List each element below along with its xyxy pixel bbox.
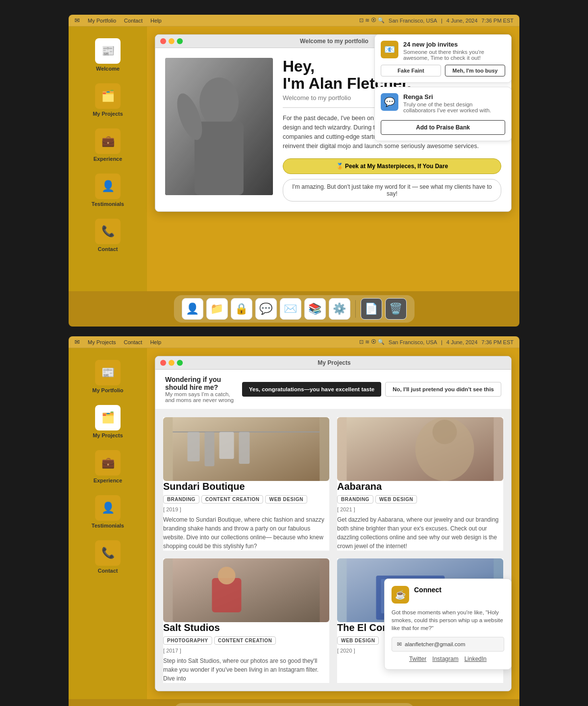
hire-btns: Yes, congratulations—you have excellent … [242,382,501,397]
taskbar-inner-2: 👤 📁 🔒 💬 ✉️ 📚 ⚙️ 📄 🗑️ [174,703,415,706]
sidebar-label-experience-1: Experience [94,156,122,162]
project-tags-aabarana: BRANDING WEB DESIGN [337,495,503,504]
taskbar-person[interactable]: 👤 [182,298,203,320]
hire-no-button[interactable]: No, I'll just pretend you didn't see thi… [385,382,501,397]
sidebar-item-my-projects-1[interactable]: 🗂️ My Projects [69,79,147,121]
menubar-logo-2: ✉ [74,338,80,346]
my-portfolio-icon-2: 📰 [95,360,121,385]
contact-icon-1: 📞 [95,219,121,244]
window-title-2: My Projects [162,359,506,366]
sidebar-label-experience-2: Experience [94,478,122,483]
menubar-separator-2: | [441,339,442,345]
window-titlebar-2: My Projects [155,356,511,370]
menubar-time-2: 7:36 PM EST [482,339,514,345]
menu-item-help-2[interactable]: Help [150,339,161,345]
portfolio-photo [165,58,273,195]
menu-item-portfolio[interactable]: My Portfolio [88,18,116,24]
notif-title-invites: 24 new job invites [403,41,505,48]
taskbar-divider [355,300,356,318]
project-card-salt: Salt Studios PHOTOGRAPHY CONTENT CREATIO… [163,558,329,683]
main-content-2: My Projects Wondering if you should hire… [147,348,519,699]
tag-branding-aabarana: BRANDING [337,495,373,504]
sidebar-item-contact-2[interactable]: 📞 Contact [69,536,147,578]
email-address[interactable]: alanfletcher@gmail.com [405,641,466,647]
sidebar-item-testimonials-1[interactable]: 👤 Testimonials [69,170,147,211]
menubar-left-2: ✉ My Projects Contact Help [74,338,161,346]
linkedin-link[interactable]: LinkedIn [465,656,487,662]
menubar-right-2: ⊡ ≋ ⦿ 🔍 San Francisco, USA | 4 June, 202… [359,339,514,345]
project-desc-sundari: Welcome to Sundari Boutique, where chic … [163,515,329,551]
too-busy-button[interactable]: Meh, I'm too busy [445,65,505,76]
taskbar-doc[interactable]: 📄 [361,298,382,320]
cta-secondary-btn[interactable]: I'm amazing. But don't just take my word… [283,179,501,202]
taskbar-files[interactable]: 📁 [206,298,228,320]
menu-item-help-1[interactable]: Help [150,18,162,24]
project-desc-salt: Step into Salt Studios, where our photos… [163,656,329,683]
svg-rect-11 [239,432,250,464]
menubar-icons-1: ⊡ ≋ ⦿ 🔍 [359,17,385,24]
sidebar-item-welcome[interactable]: 📰 Welcome [69,34,147,76]
hire-yes-button[interactable]: Yes, congratulations—you have excellent … [242,382,381,397]
sidebar-label-testimonials-1: Testimonials [92,201,124,207]
sidebar-item-experience-1[interactable]: 💼 Experience [69,125,147,166]
project-desc-aabarana: Get dazzled by Aabarana, where our jewel… [337,515,503,551]
connect-email: ✉ alanfletcher@gmail.com [392,637,504,652]
screen-2: ✉ My Projects Contact Help ⊡ ≋ ⦿ 🔍 San F… [69,336,519,706]
svg-point-14 [433,420,457,444]
project-year-aabarana: [ 2021 ] [337,506,503,512]
hire-question: Wondering if you should hire me? [165,376,236,391]
taskbar-layers[interactable]: 📚 [304,298,326,320]
menu-item-contact-1[interactable]: Contact [124,18,143,24]
taskbar-mail[interactable]: ✉️ [280,298,301,320]
project-tags-sundari: BRANDING CONTENT CREATION WEB DESIGN [163,495,329,504]
sidebar-label-welcome: Welcome [96,66,120,72]
svg-rect-8 [188,432,200,461]
sidebar-item-contact-1[interactable]: 📞 Contact [69,215,147,256]
tag-photo-salt: PHOTOGRAPHY [163,636,212,645]
project-year-sundari: [ 2019 ] [163,506,329,512]
notifications-panel: 📧 24 new job invites Someone out there t… [374,34,512,141]
connect-icon: ☕ [392,586,409,604]
menu-item-my-projects[interactable]: My Projects [88,339,116,345]
taskbar-2: 👤 📁 🔒 💬 ✉️ 📚 ⚙️ 📄 🗑️ [69,699,519,706]
menubar-2: ✉ My Projects Contact Help ⊡ ≋ ⦿ 🔍 San F… [69,336,519,348]
sidebar-item-testimonials-2[interactable]: 👤 Testimonials [69,491,147,532]
add-to-praise-bank-button[interactable]: Add to Praise Bank [381,120,505,135]
project-thumb-salt [163,558,329,622]
connect-title: Connect [414,586,441,594]
sidebar-label-testimonials-2: Testimonials [92,523,124,529]
menubar-left-1: ✉ My Portfolio Contact Help [74,17,162,24]
taskbar-settings[interactable]: ⚙️ [329,298,350,320]
sidebar-item-experience-2[interactable]: 💼 Experience [69,446,147,487]
sidebar-item-my-portfolio-2[interactable]: 📰 My Portfolio [69,356,147,397]
tag-web-sundari: WEB DESIGN [265,495,307,504]
sidebar-item-projects-2[interactable]: 🗂️ My Projects [69,401,147,442]
taskbar-trash[interactable]: 🗑️ [385,298,407,320]
twitter-link[interactable]: Twitter [409,656,426,662]
connect-text: Got those moments when you're like, "Hol… [392,608,504,632]
project-thumb-sundari [163,417,329,481]
notif-header-invites: 📧 24 new job invites Someone out there t… [381,41,505,61]
project-tags-salt: PHOTOGRAPHY CONTENT CREATION [163,636,329,645]
project-card-sundari: Sundari Boutique BRANDING CONTENT CREATI… [163,417,329,551]
sidebar-label-projects-2: My Projects [93,432,123,438]
projects-header: Wondering if you should hire me? My mom … [155,370,511,409]
app-layout-1: 📰 Welcome 🗂️ My Projects 💼 Experience 👤 … [69,26,519,291]
menubar-location-1: San Francisco, USA [389,18,437,24]
fake-faint-button[interactable]: Fake Faint [381,65,441,76]
contact-icon-2: 📞 [95,540,121,566]
cta-primary-btn[interactable]: 🏅 Peek at My Masterpieces, If You Dare [283,158,501,174]
tag-branding-sundari: BRANDING [163,495,199,504]
taskbar-safe[interactable]: 🔒 [231,298,252,320]
notif-desc-invites: Someone out there thinks you're awesome,… [403,49,505,61]
notif-actions-invites: Fake Faint Meh, I'm too busy [381,65,505,76]
project-year-salt: [ 2017 ] [163,648,329,654]
project-title-aabarana: Aabarana [337,481,503,492]
connect-links: Twitter Instagram LinkedIn [392,656,504,662]
envelope-icon: ✉ [397,641,402,648]
taskbar-chat[interactable]: 💬 [255,298,277,320]
instagram-link[interactable]: Instagram [432,656,458,662]
menu-item-contact-2[interactable]: Contact [123,339,142,345]
notif-text-block-invites: 24 new job invites Someone out there thi… [403,41,505,61]
welcome-icon: 📰 [95,38,121,64]
